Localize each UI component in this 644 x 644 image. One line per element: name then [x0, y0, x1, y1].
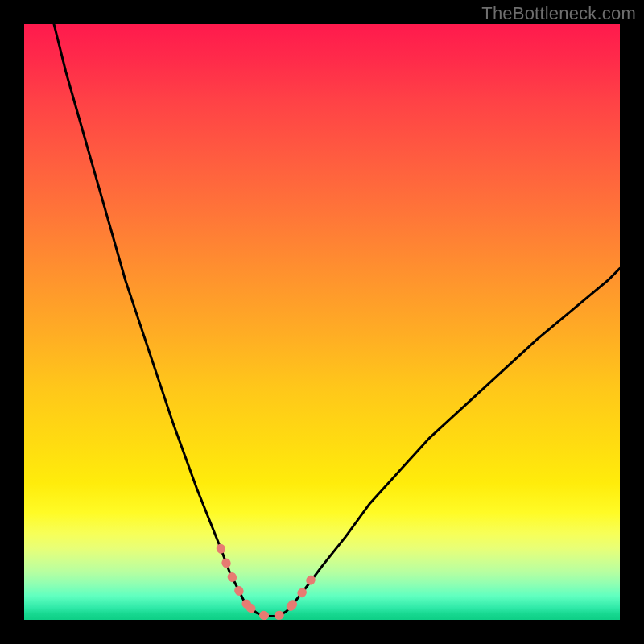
curve-valley-floor [250, 605, 292, 617]
chart-frame: TheBottleneck.com [0, 0, 644, 644]
watermark-text: TheBottleneck.com [481, 3, 636, 24]
curve-right-branch [292, 268, 620, 605]
curve-layer [24, 24, 620, 620]
curve-left-branch [54, 24, 250, 608]
